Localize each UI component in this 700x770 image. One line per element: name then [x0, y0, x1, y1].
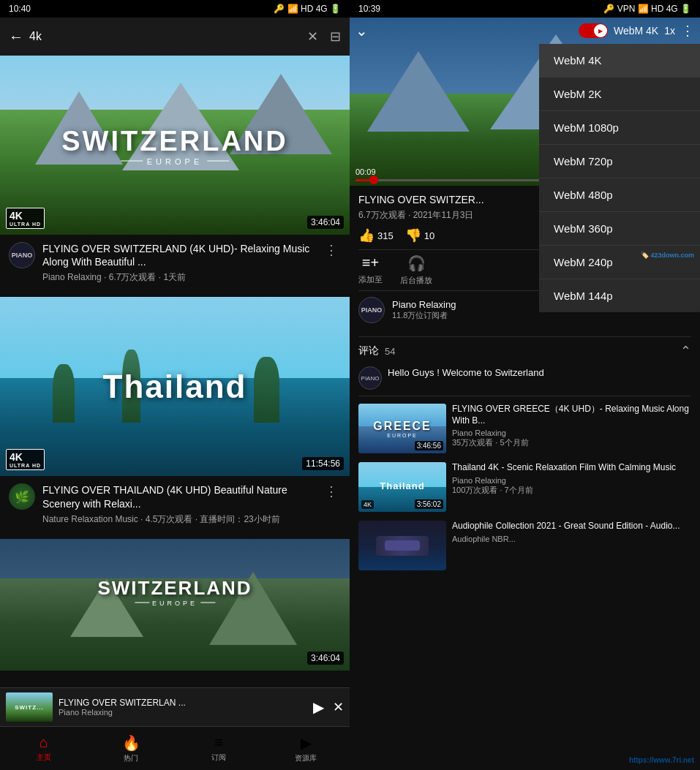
background-play-label: 后台播放 [400, 275, 432, 286]
comment-avatar: PIANO [358, 366, 382, 390]
player-more-button[interactable]: ⋮ [681, 23, 694, 39]
subscribe-icon: ≡ [214, 734, 223, 751]
thumbnail-third[interactable]: SWITZERLAND EUROPE 3:46:04 [0, 539, 350, 671]
comment-item-first: PIANO Hello Guys ! Welcome to Switzerlan… [358, 366, 691, 390]
mini-player-controls: ▶ ✕ [313, 698, 344, 716]
speed-label: 1x [664, 25, 675, 37]
nav-home[interactable]: ⌂ 主页 [0, 734, 88, 763]
4k-badge: 4K ULTRA HD [6, 208, 45, 229]
more-button-v1[interactable]: ⋮ [322, 242, 341, 258]
left-status-bar: 10:40 🔑 📶 HD 4G 🔋 [0, 0, 350, 18]
quality-option-webm360p[interactable]: WebM 360p [539, 212, 700, 246]
left-panel: 10:40 🔑 📶 HD 4G 🔋 ← ✕ ⊟ SWITZ [0, 0, 350, 770]
mini-player-title: FLYING OVER SWITZERLAN ... [59, 698, 307, 708]
comment-text-first: Hello Guys ! Welcome to Switzerland [388, 366, 544, 380]
back-button[interactable]: ← [9, 29, 23, 45]
thumbs-up-icon: 👍 [358, 227, 375, 244]
nav-hot[interactable]: 🔥 热门 [88, 734, 176, 763]
mini-play-button[interactable]: ▶ [313, 698, 324, 716]
video-card-third: SWITZERLAND EUROPE 3:46:04 [0, 539, 350, 671]
quality-label: WebM 4K [614, 25, 658, 37]
dislike-button[interactable]: 👎 10 [405, 227, 434, 244]
related-thumb-audio [358, 521, 446, 570]
related-title-greece: FLYING OVER GREECE（4K UHD）- Relaxing Mus… [452, 404, 691, 426]
video-subtitle-switzerland: Piano Relaxing · 6.7万次观看 · 1天前 [42, 271, 315, 284]
headphone-icon: 🎧 [407, 254, 426, 272]
like-count: 315 [377, 230, 394, 241]
search-clear-button[interactable]: ✕ [307, 29, 318, 45]
channel-avatar-nature[interactable]: 🌿 [9, 483, 35, 510]
nav-hot-label: 热门 [124, 753, 138, 763]
right-panel: 10:39 🔑 VPN 📶 HD 4G 🔋 ⌄ ▶ [350, 0, 700, 770]
related-duration-greece: 3:46:56 [415, 441, 443, 450]
video-subtitle-thailand: Nature Relaxation Music · 4.5万次观看 · 直播时间… [42, 513, 315, 526]
search-input[interactable] [29, 30, 301, 43]
nav-subscribe-label: 订阅 [211, 752, 226, 763]
related-item-greece[interactable]: GREECE EUROPE 3:46:56 FLYING OVER GREECE… [358, 404, 691, 453]
like-button[interactable]: 👍 315 [358, 227, 394, 244]
nav-library[interactable]: ▶ 资源库 [263, 734, 350, 763]
related-item-audio[interactable]: Audiophile Collection 2021 - Great Sound… [358, 521, 691, 570]
right-status-icons: 🔑 VPN 📶 HD 4G 🔋 [603, 4, 691, 14]
hot-icon: 🔥 [122, 734, 140, 752]
video-info-switzerland: PIANO FLYING OVER SWITZERLAND (4K UHD)- … [0, 235, 350, 291]
video-info-thailand: 🌿 FLYING OVER THAILAND (4K UHD) Beautifu… [0, 476, 350, 532]
autoplay-toggle[interactable]: ▶ [579, 23, 608, 38]
search-filter-button[interactable]: ⊟ [330, 29, 341, 45]
detail-channel-avatar[interactable]: PIANO [358, 297, 385, 323]
nav-library-label: 资源库 [295, 753, 317, 763]
quality-option-webm1080p[interactable]: WebM 1080p [539, 111, 700, 145]
quality-option-webm144p[interactable]: WebM 144p [539, 279, 700, 312]
more-button-v2[interactable]: ⋮ [322, 483, 341, 499]
player-top-right: ▶ WebM 4K 1x ⋮ [579, 23, 694, 39]
comments-expand-button[interactable]: ⌃ [680, 343, 691, 359]
add-to-icon: ≡+ [362, 254, 379, 271]
right-time: 10:39 [358, 4, 380, 14]
channel-avatar-piano[interactable]: PIANO [9, 242, 35, 268]
mini-player-info: FLYING OVER SWITZERLAN ... Piano Relaxin… [59, 698, 307, 717]
related-thumb-greece: GREECE EUROPE 3:46:56 [358, 404, 446, 453]
nav-subscribe[interactable]: ≡ 订阅 [175, 734, 263, 763]
quality-option-webm720p[interactable]: WebM 720p [539, 145, 700, 178]
comments-header: 评论 54 ⌃ [358, 343, 691, 359]
video-meta-switzerland: FLYING OVER SWITZERLAND (4K UHD)- Relaxi… [42, 242, 315, 284]
watermark: https://www.7ri.net [629, 756, 694, 764]
left-status-icons: 🔑 📶 HD 4G 🔋 [274, 4, 341, 14]
background-play-button[interactable]: 🎧 后台播放 [400, 254, 432, 286]
quality-option-webm240p[interactable]: WebM 240p 🏷️ 423down.com [539, 246, 700, 279]
progress-fill [355, 179, 369, 181]
related-channel-thailand: Piano Relaxing [452, 476, 691, 485]
related-4k-badge-thailand: 4K [361, 500, 374, 509]
add-to-label: 添加至 [358, 274, 383, 285]
thumbnail-switzerland[interactable]: SWITZERLAND EUROPE 4K ULTRA HD 3:46:04 [0, 56, 350, 235]
mini-thumbnail[interactable]: SWITZ... [6, 692, 53, 722]
related-channel-audio: Audiophile NBR... [452, 535, 691, 543]
left-search-bar: ← ✕ ⊟ [0, 18, 350, 56]
right-status-bar: 10:39 🔑 VPN 📶 HD 4G 🔋 [350, 0, 700, 18]
video-title-thailand[interactable]: FLYING OVER THAILAND (4K UHD) Beautiful … [42, 483, 315, 510]
add-to-button[interactable]: ≡+ 添加至 [358, 254, 383, 286]
comments-label: 评论 [358, 344, 379, 358]
related-info-audio: Audiophile Collection 2021 - Great Sound… [452, 521, 691, 570]
comments-count: 54 [385, 346, 395, 357]
toggle-knob: ▶ [594, 24, 607, 37]
related-info-thailand: Thailand 4K - Scenic Relaxation Film Wit… [452, 462, 691, 512]
related-info-greece: FLYING OVER GREECE（4K UHD）- Relaxing Mus… [452, 404, 691, 453]
related-item-thailand[interactable]: Thailand 4K 3:56:02 Thailand 4K - Scenic… [358, 462, 691, 512]
quality-option-webm4k[interactable]: WebM 4K [539, 44, 700, 78]
player-minimize-button[interactable]: ⌄ [355, 22, 368, 39]
thumbnail-bg-thailand: Thailand [0, 297, 350, 476]
video-list: SWITZERLAND EUROPE 4K ULTRA HD 3:46:04 [0, 56, 350, 726]
dislike-count: 10 [424, 230, 434, 241]
mini-close-button[interactable]: ✕ [333, 699, 344, 715]
comments-section: 评论 54 ⌃ PIANO Hello Guys ! Welcome to Sw… [350, 337, 700, 396]
related-thumb-thailand: Thailand 4K 3:56:02 [358, 462, 446, 512]
thumbnail-thailand[interactable]: Thailand 4K ULTRA HD 11:54:56 [0, 297, 350, 476]
quality-option-webm2k[interactable]: WebM 2K [539, 78, 700, 111]
duration-badge-v2: 11:54:56 [302, 457, 344, 470]
comments-title-row: 评论 54 [358, 344, 395, 358]
quality-option-webm480p[interactable]: WebM 480p [539, 178, 700, 212]
related-stats-thailand: 100万次观看 · 7个月前 [452, 485, 691, 496]
video-title-switzerland[interactable]: FLYING OVER SWITZERLAND (4K UHD)- Relaxi… [42, 242, 315, 268]
watermark-overlay: 🏷️ 423down.com [641, 252, 694, 259]
